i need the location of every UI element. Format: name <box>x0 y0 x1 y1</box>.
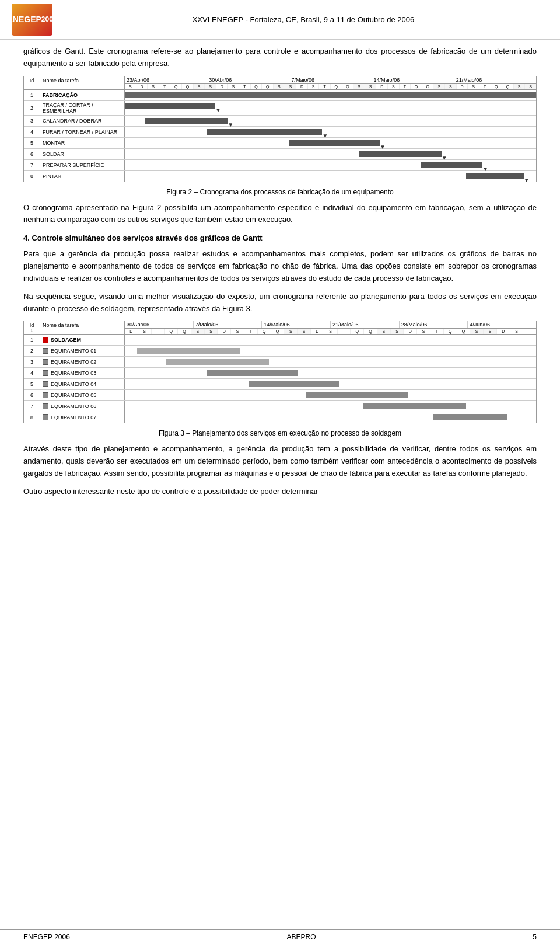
bar-1 <box>125 92 536 98</box>
bar-eq6 <box>363 403 466 409</box>
arrow-2: ▼ <box>215 107 221 113</box>
section4-p2: Na seqüência segue, visando uma melhor v… <box>23 291 537 315</box>
footer-left: ENEGEP 2006 <box>23 933 70 941</box>
grid-icon-2 <box>43 348 48 354</box>
week-label-3: 7/Maio/06 <box>289 76 372 83</box>
gantt1-timeline-header: 23/Abr/06 30/Abr/06 7/Maio/06 14/Maio/06… <box>125 76 536 89</box>
bar-eq3 <box>207 370 298 376</box>
week-label-4: 14/Maio/06 <box>372 76 454 83</box>
bar-2 <box>125 103 215 109</box>
bar-eq1 <box>137 348 240 354</box>
gantt2-row-3: 3 EQUIPAMENTO 02 <box>24 357 536 368</box>
figure1-caption: Figura 2 – Cronograma dos processos de f… <box>23 188 537 196</box>
bar-4 <box>207 129 322 135</box>
gantt2-row-7: 7 EQUIPAMENTO 06 <box>24 401 536 412</box>
gantt1-name-header: Nome da tarefa <box>40 76 125 89</box>
bar-7 <box>421 162 483 168</box>
gantt1-row-5: 5 MONTAR ▼ <box>24 138 536 149</box>
logo-area: ENEGEP 2006 <box>12 4 58 36</box>
gantt1-row-6: 6 SOLDAR ▼ <box>24 149 536 160</box>
gantt1-row-7: 7 PREPARAR SUPERFÍCIE ▼ <box>24 160 536 171</box>
bar-3 <box>145 118 228 124</box>
gantt2-row-2: 2 EQUIPAMENTO 01 <box>24 346 536 357</box>
arrow-8: ▼ <box>524 177 530 182</box>
section4-p1: Para que a gerência da produção possa re… <box>23 248 537 284</box>
bar-8 <box>466 173 524 179</box>
gantt2-header: Id ℹ Nome da tarefa 30/Abr/06 7/Maio/06 … <box>24 321 536 335</box>
paragraph2: O cronograma apresentado na Figura 2 pos… <box>23 202 537 227</box>
gantt2-row-5: 5 EQUIPAMENTO 04 <box>24 379 536 390</box>
footer-page: 5 <box>533 933 537 941</box>
grid-icon-5 <box>43 381 48 387</box>
paragraph4: Outro aspecto interessante neste tipo de… <box>23 486 537 498</box>
figure2-caption: Figura 3 – Planejamento dos serviços em … <box>23 429 537 437</box>
gantt-chart-2: Id ℹ Nome da tarefa 30/Abr/06 7/Maio/06 … <box>23 321 537 423</box>
week-label-5: 21/Maio/06 <box>454 76 536 83</box>
intro-paragraph: gráficos de Gantt. Este cronograma refer… <box>23 46 537 70</box>
week-label-2: 30/Abr/06 <box>207 76 289 83</box>
logo: ENEGEP 2006 <box>12 4 52 36</box>
gantt2-row-1: 1 SOLDAGEM <box>24 335 536 346</box>
grid-icon-4 <box>43 370 48 376</box>
gantt2-row-8: 8 EQUIPAMENTO 07 <box>24 412 536 423</box>
grid-icon-6 <box>43 392 48 398</box>
bar-eq7 <box>433 414 508 420</box>
red-icon <box>43 337 48 343</box>
bar-6 <box>359 151 442 157</box>
bar-eq2 <box>166 359 269 365</box>
footer-center: ABEPRO <box>287 933 316 941</box>
bar-5 <box>289 140 380 146</box>
grid-icon-3 <box>43 359 48 365</box>
paragraph3: Através deste tipo de planejamento e aco… <box>23 443 537 479</box>
gantt2-row-6: 6 EQUIPAMENTO 05 <box>24 390 536 401</box>
bar-eq5 <box>306 392 408 398</box>
day-labels: S D S T Q Q S S D S T Q Q S S D S <box>125 84 536 89</box>
gantt1-row-2: 2 TRAÇAR / CORTAR / ESMERILHAR ▼ <box>24 101 536 116</box>
bar-eq4 <box>249 381 339 387</box>
week-label-1: 23/Abr/06 <box>125 76 207 83</box>
gantt1-row-4: 4 FURAR / TORNEAR / PLAINAR ▼ <box>24 127 536 138</box>
gantt1-row-3: 3 CALANDRAR / DOBRAR ▼ <box>24 116 536 127</box>
gantt2-row-4: 4 EQUIPAMENTO 03 <box>24 368 536 379</box>
gantt1-id-header: Id <box>24 76 40 89</box>
section4-heading: 4. Controle simultâneo dos serviços atra… <box>23 233 537 243</box>
page-header: ENEGEP 2006 XXVI ENEGEP - Fortaleza, CE,… <box>0 0 560 40</box>
main-content: gráficos de Gantt. Este cronograma refer… <box>0 40 560 510</box>
grid-icon-7 <box>43 403 48 409</box>
page-footer: ENEGEP 2006 ABEPRO 5 <box>0 929 560 944</box>
header-title: XXVI ENEGEP - Fortaleza, CE, Brasil, 9 a… <box>58 15 548 24</box>
grid-icon-8 <box>43 414 48 420</box>
gantt1-row-1: 1 FABRICAÇÃO <box>24 90 536 101</box>
gantt-chart-1: Id Nome da tarefa 23/Abr/06 30/Abr/06 7/… <box>23 76 537 182</box>
gantt1-row-8: 8 PINTAR ▼ <box>24 171 536 182</box>
